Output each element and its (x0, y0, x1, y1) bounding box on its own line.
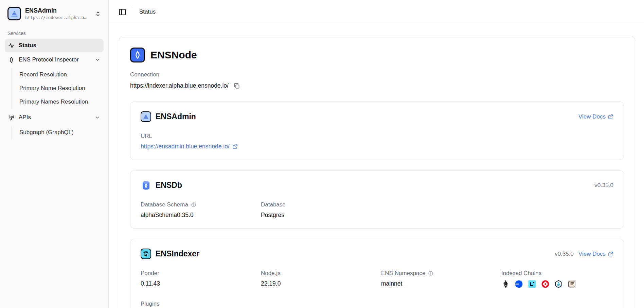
ens-protocol-inspector-sublist: Record Resolution Primary Name Resolutio… (12, 68, 104, 109)
ensindexer-card: ENSIndexer v0.35.0 View Docs (130, 239, 624, 308)
connection-label: Connection (130, 71, 624, 78)
app-title: ENSAdmin (25, 7, 91, 15)
sidebar-nav: Status ENS Protocol Inspector Record Res… (5, 39, 104, 141)
apis-sublist: Subgraph (GraphQL) (12, 126, 104, 139)
version-badge: v0.35.0 (594, 182, 613, 189)
activity-icon (8, 42, 15, 49)
info-icon[interactable] (191, 202, 196, 207)
optimism-chain-icon[interactable] (541, 280, 550, 288)
sidebar: ENSAdmin https://indexer.alpha.b… Servic… (0, 0, 109, 308)
copy-icon[interactable] (233, 83, 240, 89)
services-group-label: Services (7, 31, 101, 36)
indexed-chains-row (501, 280, 613, 288)
ensadmin-card: ENSAdmin View Docs (130, 102, 624, 160)
sidebar-toggle-button[interactable] (118, 8, 127, 16)
field-database-schema: Database Schema alphaSchema0.35.0 (141, 201, 253, 219)
main-area: Status ENSNode Connection https://indexe… (109, 0, 644, 308)
sidebar-item-label: APIs (19, 114, 31, 121)
linea-chain-icon[interactable] (528, 280, 536, 288)
topbar-divider (133, 7, 133, 16)
connection-url: https://indexer.alpha.blue.ensnode.io/ (130, 82, 229, 89)
card-title: ENSAdmin (156, 112, 196, 121)
sidebar-item-label: Status (19, 42, 36, 49)
sidebar-item-status[interactable]: Status (5, 39, 104, 52)
card-title: ENSIndexer (156, 249, 199, 258)
info-icon[interactable] (428, 271, 433, 276)
view-docs-link[interactable]: View Docs (578, 251, 613, 257)
sidebar-item-apis[interactable]: APIs (5, 111, 104, 124)
ensnode-panel: ENSNode Connection https://indexer.alpha… (119, 36, 635, 308)
field-indexed-chains: Indexed Chains (501, 270, 613, 288)
chevrons-up-down-icon (95, 11, 101, 17)
scroll-chain-icon[interactable] (568, 280, 576, 288)
base-chain-icon[interactable] (515, 280, 523, 288)
ensdb-card: ENSDb v0.35.0 Database Schema alphaSch (130, 170, 624, 229)
connection-url-short: https://indexer.alpha.b… (25, 15, 91, 21)
page-content: ENSNode Connection https://indexer.alpha… (109, 24, 644, 308)
field-database: Database Postgres (261, 201, 373, 219)
external-link-icon (608, 114, 613, 120)
breadcrumb: Status (139, 8, 156, 15)
sidebar-item-record-resolution[interactable]: Record Resolution (12, 68, 104, 81)
ethereum-chain-icon[interactable] (501, 280, 510, 288)
radio-tower-icon (8, 114, 15, 121)
ensadmin-logo-icon (7, 7, 21, 20)
ensnode-logo-icon (130, 48, 145, 62)
chevron-down-icon (95, 115, 100, 120)
app-switcher[interactable]: ENSAdmin https://indexer.alpha.b… (5, 4, 104, 23)
version-badge: v0.35.0 (555, 251, 574, 257)
ens-mark-icon (8, 57, 15, 63)
topbar: Status (109, 0, 644, 24)
external-link-icon (608, 251, 613, 257)
field-ens-namespace: ENS Namespace mainnet (381, 270, 493, 288)
page-title: ENSNode (150, 49, 197, 61)
url-label: URL (141, 133, 613, 140)
ensdb-database-icon (141, 180, 151, 191)
card-title: ENSDb (156, 181, 182, 190)
sidebar-item-label: ENS Protocol Inspector (19, 56, 79, 63)
sidebar-item-primary-names-resolution[interactable]: Primary Names Resolution (12, 95, 104, 109)
plugins-label: Plugins (141, 301, 613, 307)
ensadmin-url-link[interactable]: https://ensadmin.blue.ensnode.io/ (141, 143, 613, 150)
arbitrum-chain-icon[interactable] (554, 280, 563, 288)
chevron-down-icon (95, 57, 100, 62)
external-link-icon (232, 144, 238, 149)
sidebar-item-ens-protocol-inspector[interactable]: ENS Protocol Inspector (5, 53, 104, 67)
ensadmin-icon (141, 111, 151, 122)
view-docs-link[interactable]: View Docs (578, 113, 613, 120)
sidebar-item-subgraph-graphql[interactable]: Subgraph (GraphQL) (12, 126, 104, 139)
ensindexer-icon (141, 249, 151, 259)
sidebar-item-primary-name-resolution[interactable]: Primary Name Resolution (12, 81, 104, 95)
field-nodejs: Node.js 22.19.0 (261, 270, 373, 288)
ensnode-header: ENSNode (130, 48, 624, 62)
field-ponder: Ponder 0.11.43 (141, 270, 253, 288)
